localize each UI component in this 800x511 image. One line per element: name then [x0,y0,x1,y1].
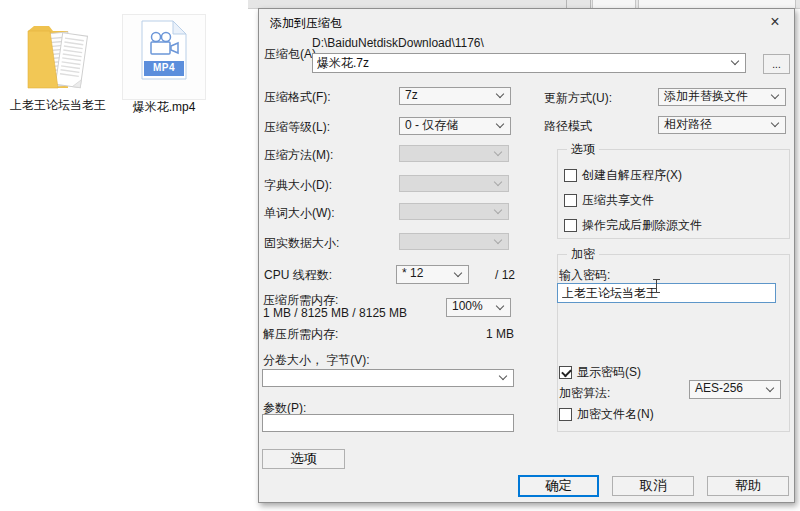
add-to-archive-dialog: 添加到压缩包 × 压缩包(A) D:\BaiduNetdiskDownload\… [258,8,795,503]
word-size-combo [399,203,509,220]
checkbox-shared-files[interactable]: 压缩共享文件 [564,192,654,209]
format-label: 压缩格式(F): [264,90,331,104]
desktop-icon-folder[interactable]: 上老王论坛当老王 [10,18,106,113]
close-icon[interactable]: × [760,9,790,35]
chevron-down-icon [771,91,779,99]
method-combo [399,145,509,162]
checkbox-checked-icon [559,366,572,379]
cpu-threads-label: CPU 线程数: [264,268,332,282]
checkbox-create-sfx[interactable]: 创建自解压程序(X) [564,167,682,184]
format-value: 7z [405,88,418,102]
checkbox-icon [564,194,577,207]
dialog-title: 添加到压缩包 [270,15,342,32]
chevron-down-icon [766,383,774,391]
parameters-label: 参数(P): [263,401,306,415]
update-mode-value: 添加并替换文件 [664,89,748,103]
level-label: 压缩等级(L): [264,120,330,134]
chevron-down-icon [771,119,779,127]
encryption-method-value: AES-256 [695,381,743,395]
method-label: 压缩方法(M): [264,148,333,162]
dictionary-label: 字典大小(D): [264,178,332,192]
ok-button[interactable]: 确定 [518,475,599,497]
cpu-threads-max: / 12 [495,268,515,282]
path-mode-combo[interactable]: 相对路径 [658,116,786,134]
memory-decompress-value: 1 MB [454,327,514,341]
encryption-group-title: 加密 [567,248,599,261]
checkbox-icon [564,219,577,232]
password-input[interactable] [558,284,775,302]
checkbox-delete-after[interactable]: 操作完成后删除源文件 [564,217,702,234]
archive-label: 压缩包(A) [264,47,316,61]
password-field [557,283,776,303]
chevron-down-icon [496,90,504,98]
memory-percent-combo[interactable]: 100% [446,298,511,317]
chevron-down-icon [494,205,502,213]
solid-block-label: 固实数据大小: [264,236,339,250]
options-button[interactable]: 选项 [262,449,345,469]
chevron-down-icon [454,268,462,276]
volume-size-label: 分卷大小， 字节(V): [263,353,370,367]
checkbox-icon [559,408,572,421]
browse-button[interactable]: ... [763,54,790,74]
archive-path: D:\BaiduNetdiskDownload\1176\ [312,36,484,50]
chevron-down-icon [494,147,502,155]
format-combo[interactable]: 7z [399,87,511,105]
update-mode-label: 更新方式(U): [544,91,612,105]
level-combo[interactable]: 0 - 仅存储 [399,117,511,135]
cancel-button[interactable]: 取消 [612,476,694,496]
dictionary-combo [399,175,509,192]
checkbox-label: 创建自解压程序(X) [582,167,682,184]
cpu-threads-combo[interactable]: * 12 [396,265,469,284]
path-mode-value: 相对路径 [664,117,712,131]
encryption-method-combo[interactable]: AES-256 [689,380,781,399]
checkbox-encrypt-names[interactable]: 加密文件名(N) [559,406,654,423]
memory-compress-label: 压缩所需内存: [263,293,338,307]
checkbox-icon [564,169,577,182]
mp4-file-label: 爆米花.mp4 [116,100,212,115]
desktop-icon-mp4[interactable]: MP4 爆米花.mp4 [116,20,212,115]
mp4-badge-label: MP4 [141,62,187,73]
chevron-down-icon [494,177,502,185]
path-mode-label: 路径模式 [544,119,592,133]
level-value: 0 - 仅存储 [405,118,458,132]
checkbox-label: 加密文件名(N) [577,406,654,423]
chevron-down-icon [496,120,504,128]
folder-label: 上老王论坛当老王 [10,98,106,113]
encryption-method-label: 加密算法: [559,386,610,400]
word-size-label: 单词大小(W): [264,206,335,220]
chevron-down-icon [496,301,504,309]
archive-name-combo[interactable] [312,53,746,73]
volume-size-combo[interactable] [262,369,514,387]
checkbox-label: 压缩共享文件 [582,192,654,209]
parameters-input[interactable] [263,415,513,431]
archive-name-input[interactable] [313,54,745,72]
solid-block-combo [399,233,509,250]
folder-icon [25,18,91,98]
options-group-title: 选项 [567,143,599,156]
volume-size-input[interactable] [263,370,513,386]
password-label: 输入密码: [559,268,610,282]
memory-decompress-label: 解压所需内存: [263,327,338,341]
checkbox-show-password[interactable]: 显示密码(S) [559,364,641,381]
update-mode-combo[interactable]: 添加并替换文件 [658,88,786,106]
help-button[interactable]: 帮助 [707,476,789,496]
chevron-down-icon [494,235,502,243]
memory-compress-detail: 1 MB / 8125 MB / 8125 MB [263,306,407,320]
checkbox-label: 操作完成后删除源文件 [582,217,702,234]
memory-percent-value: 100% [452,299,483,313]
checkbox-label: 显示密码(S) [577,364,641,381]
parameters-field [262,414,514,432]
cpu-threads-value: * 12 [402,266,423,280]
